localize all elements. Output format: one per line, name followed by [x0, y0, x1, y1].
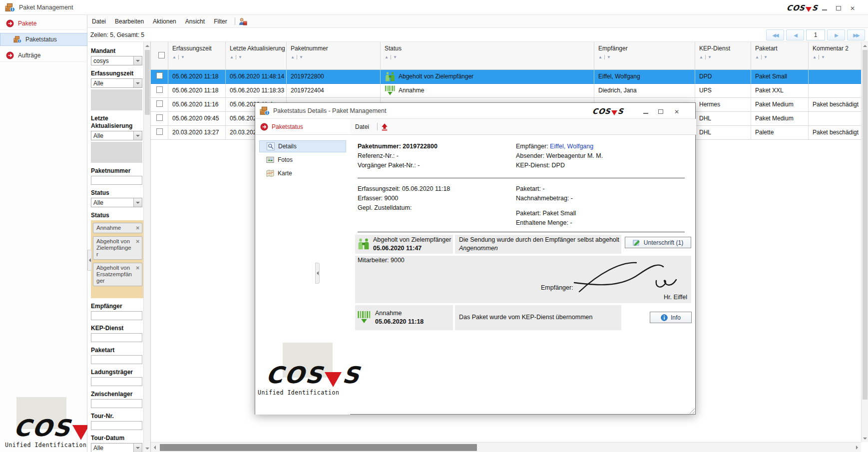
dialog-nav-paketstatus[interactable]: Paketstatus — [260, 123, 303, 131]
sort-desc-icon[interactable]: ▼ — [764, 55, 768, 59]
empfaenger-link[interactable]: Eiffel, Wolfgang — [550, 143, 593, 150]
filter-input-ladungstr-ger[interactable] — [91, 377, 142, 386]
scrollbar-thumb[interactable] — [145, 50, 150, 115]
menu-filter[interactable]: Filter — [209, 16, 232, 27]
sort-asc-icon[interactable]: ▲ — [598, 55, 602, 59]
close-button[interactable]: ✕ — [674, 109, 687, 115]
table-vscrollbar[interactable] — [861, 42, 868, 442]
status-chip[interactable]: Abgeholt von Ersatzempfänger✕ — [93, 263, 142, 286]
row-checkbox[interactable] — [156, 72, 163, 79]
chevron-down-icon[interactable] — [133, 56, 142, 65]
dialog-tab-karte[interactable]: Karte — [259, 167, 346, 179]
filter-input-zwischenlager[interactable] — [91, 399, 142, 408]
scrollbar-thumb[interactable] — [160, 444, 477, 451]
sort-asc-icon[interactable]: ▲ — [385, 55, 389, 59]
sort-asc-icon[interactable]: ▲ — [755, 55, 759, 59]
column-header-status[interactable]: Status▲▼ — [381, 42, 594, 70]
column-header-paketart[interactable]: Paketart▲▼ — [751, 42, 809, 70]
row-checkbox[interactable] — [156, 128, 163, 135]
column-header-empf-nger[interactable]: Empfänger▲▼ — [594, 42, 695, 70]
sort-desc-icon[interactable]: ▼ — [299, 55, 303, 59]
column-header-erfassungszeit[interactable]: Erfassungszeit▲▼ — [168, 42, 226, 70]
chevron-down-icon[interactable] — [133, 444, 142, 452]
sort-asc-icon[interactable]: ▲ — [230, 55, 234, 59]
scrollbar-thumb[interactable] — [863, 50, 868, 400]
filter-input-paketart[interactable] — [91, 355, 142, 364]
filter-select-status[interactable]: Alle — [91, 198, 142, 207]
filter-select-erfassungszeit[interactable]: Alle — [91, 78, 142, 88]
row-checkbox[interactable] — [156, 100, 163, 107]
filter-collapse-handle[interactable] — [87, 250, 92, 271]
menu-datei[interactable]: Datei — [87, 16, 110, 27]
sort-desc-icon[interactable]: ▼ — [821, 55, 825, 59]
select-all-checkbox[interactable] — [158, 52, 165, 58]
sidebar-item-paketstatus[interactable]: Paketstatus — [0, 33, 87, 46]
scroll-right-icon[interactable] — [853, 443, 861, 452]
status-chip[interactable]: Abgeholt von Zielempfänger✕ — [93, 236, 142, 260]
page-number-box[interactable]: 1 — [806, 29, 825, 40]
maximize-button[interactable] — [836, 5, 849, 11]
sort-desc-icon[interactable]: ▼ — [708, 55, 712, 59]
prev-page-button[interactable]: ◀ — [786, 29, 804, 40]
last-page-button[interactable]: ▶▶ — [847, 29, 865, 40]
remove-chip-icon[interactable]: ✕ — [136, 238, 140, 245]
column-header-kommentar-2[interactable]: Kommentar 2▲▼ — [809, 42, 862, 70]
info-button[interactable]: Info — [650, 312, 692, 323]
minimize-button[interactable] — [643, 109, 656, 115]
sidebar-item-pakete[interactable]: Pakete — [0, 17, 87, 30]
filter-select-mandant[interactable]: cosys — [91, 56, 142, 65]
scroll-down-icon[interactable] — [862, 435, 868, 442]
sort-asc-icon[interactable]: ▲ — [699, 55, 703, 59]
column-header-kep-dienst[interactable]: KEP-Dienst▲▼ — [695, 42, 751, 70]
next-page-button[interactable]: ▶ — [827, 29, 845, 40]
menu-bearbeiten[interactable]: Bearbeiten — [110, 16, 148, 27]
filter-input-kep-dienst[interactable] — [91, 333, 142, 342]
chevron-down-icon[interactable] — [133, 198, 142, 207]
table-hscrollbar[interactable] — [151, 442, 861, 452]
row-checkbox[interactable] — [156, 114, 163, 121]
scroll-up-icon[interactable] — [862, 42, 868, 49]
dialog-tab-fotos[interactable]: Fotos — [259, 154, 346, 166]
sort-desc-icon[interactable]: ▼ — [607, 55, 611, 59]
dialog-menu-datei[interactable]: Datei — [350, 121, 374, 132]
user-icon[interactable] — [238, 17, 247, 25]
exit-icon[interactable] — [381, 123, 389, 131]
dialog-sidebar-collapse-handle[interactable] — [315, 263, 320, 284]
dialog-tab-details[interactable]: Details — [259, 140, 346, 152]
sort-asc-icon[interactable]: ▲ — [291, 55, 295, 59]
close-button[interactable]: ✕ — [850, 5, 863, 11]
sort-desc-icon[interactable]: ▼ — [238, 55, 242, 59]
filter-select-tour-datum[interactable]: Alle — [91, 443, 142, 452]
remove-chip-icon[interactable]: ✕ — [136, 225, 140, 231]
chevron-down-icon[interactable] — [133, 131, 142, 140]
column-header-paketnummer[interactable]: Paketnummer▲▼ — [287, 42, 381, 70]
resize-grip[interactable] — [688, 407, 695, 414]
table-row[interactable]: 05.06.2020 11:1805.06.2020 11:48:1420197… — [151, 70, 861, 84]
filter-input-tour-nr-[interactable] — [91, 421, 142, 430]
maximize-button[interactable] — [658, 109, 671, 115]
sort-asc-icon[interactable]: ▲ — [172, 55, 176, 59]
filter-input-paketnummer[interactable] — [91, 176, 142, 185]
sort-asc-icon[interactable]: ▲ — [813, 55, 817, 59]
scroll-down-icon[interactable] — [144, 445, 150, 452]
remove-chip-icon[interactable]: ✕ — [136, 265, 140, 271]
row-checkbox[interactable] — [156, 86, 163, 93]
annahme-icon — [357, 309, 371, 325]
minimize-button[interactable] — [822, 5, 835, 11]
menu-ansicht[interactable]: Ansicht — [181, 16, 209, 27]
filter-input-empf-nger[interactable] — [91, 311, 142, 320]
filter-select-letzte-aktualisierung[interactable]: Alle — [91, 131, 142, 140]
sort-desc-icon[interactable]: ▼ — [393, 55, 397, 59]
sidebar-item-auftraege[interactable]: Aufträge — [0, 49, 87, 62]
column-header-letzte-aktualisierung[interactable]: Letzte Aktualisierung▲▼ — [226, 42, 287, 70]
scroll-up-icon[interactable] — [144, 42, 150, 49]
unterschrift-button[interactable]: Unterschrift (1) — [625, 237, 691, 248]
scroll-left-icon[interactable] — [151, 443, 159, 452]
status-chip[interactable]: Annahme✕ — [93, 223, 142, 233]
filter-scrollbar[interactable] — [143, 42, 150, 452]
chevron-down-icon[interactable] — [133, 79, 142, 87]
first-page-button[interactable]: ◀◀ — [766, 29, 784, 40]
table-row[interactable]: 05.06.2020 11:1805.06.2020 11:18:3320197… — [151, 84, 861, 98]
sort-desc-icon[interactable]: ▼ — [181, 55, 185, 59]
menu-aktionen[interactable]: Aktionen — [148, 16, 181, 27]
